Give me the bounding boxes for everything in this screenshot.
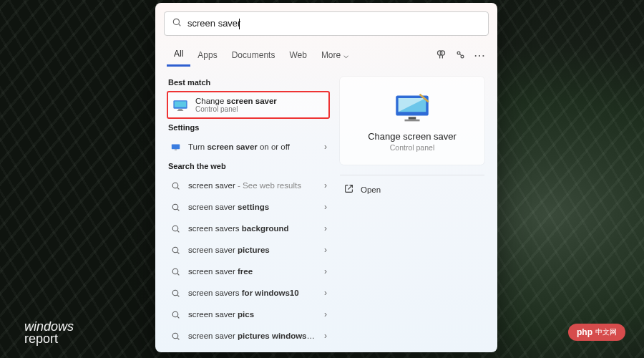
result-text: Turn screen saver on or off bbox=[188, 142, 317, 151]
web-result[interactable]: screen savers background› bbox=[167, 218, 330, 239]
best-match-subtitle: Control panel bbox=[195, 105, 277, 113]
more-icon[interactable]: ··· bbox=[474, 51, 486, 61]
svg-rect-10 bbox=[177, 110, 183, 110]
svg-rect-9 bbox=[178, 109, 182, 110]
monitor-icon bbox=[392, 92, 432, 124]
tab-all[interactable]: All bbox=[167, 44, 190, 67]
svg-line-22 bbox=[177, 274, 179, 275]
result-text: screen savers for windows10 bbox=[188, 289, 317, 297]
text-cursor bbox=[239, 19, 240, 29]
chevron-right-icon: › bbox=[324, 288, 327, 298]
preview-card: Change screen saver Control panel bbox=[340, 77, 484, 165]
chevron-right-icon: › bbox=[324, 245, 327, 255]
svg-line-24 bbox=[177, 295, 179, 296]
divider bbox=[340, 175, 484, 175]
monitor-icon bbox=[170, 142, 181, 152]
svg-point-4 bbox=[457, 52, 460, 54]
open-icon bbox=[344, 184, 353, 195]
svg-rect-12 bbox=[174, 149, 176, 150]
search-tabs: All Apps Documents Web More ⌵ ··· bbox=[164, 44, 489, 67]
svg-rect-11 bbox=[171, 144, 179, 149]
chevron-right-icon: › bbox=[324, 202, 327, 212]
search-icon bbox=[170, 267, 181, 276]
result-text: screen savers background bbox=[188, 224, 317, 233]
php-watermark: php中文网 bbox=[568, 324, 625, 341]
svg-line-16 bbox=[177, 209, 179, 211]
tab-apps[interactable]: Apps bbox=[190, 46, 224, 66]
svg-point-13 bbox=[172, 183, 178, 188]
tab-more[interactable]: More ⌵ bbox=[314, 46, 356, 66]
svg-line-1 bbox=[179, 24, 181, 26]
chevron-right-icon: › bbox=[324, 223, 327, 233]
svg-point-19 bbox=[172, 247, 178, 253]
svg-line-26 bbox=[177, 316, 179, 318]
svg-point-23 bbox=[172, 290, 178, 296]
web-result[interactable]: screen saver settings› bbox=[167, 196, 330, 218]
svg-point-21 bbox=[172, 268, 178, 274]
rewards-icon[interactable] bbox=[436, 49, 447, 62]
options-icon[interactable] bbox=[455, 49, 466, 62]
svg-rect-33 bbox=[409, 117, 416, 120]
windowsreport-watermark: windowsreport bbox=[24, 321, 74, 345]
search-box[interactable]: screen saver bbox=[164, 11, 489, 36]
chevron-right-icon: › bbox=[324, 266, 327, 276]
tab-documents[interactable]: Documents bbox=[225, 46, 283, 66]
monitor-icon bbox=[172, 99, 188, 112]
tab-web[interactable]: Web bbox=[282, 46, 313, 66]
svg-point-27 bbox=[172, 333, 178, 339]
result-text: screen saver pics bbox=[188, 310, 317, 319]
best-match-result[interactable]: Change screen saver Control panel bbox=[167, 91, 330, 119]
settings-result[interactable]: Turn screen saver on or off › bbox=[167, 136, 330, 158]
start-search-panel: screen saver All Apps Documents Web More… bbox=[155, 3, 497, 352]
preview-title: Change screen saver bbox=[368, 131, 457, 142]
preview-column: Change screen saver Control panel Open bbox=[333, 71, 489, 347]
section-settings: Settings bbox=[168, 123, 330, 132]
svg-point-17 bbox=[172, 226, 178, 231]
search-icon bbox=[170, 181, 181, 190]
chevron-right-icon: › bbox=[324, 309, 327, 319]
svg-rect-34 bbox=[405, 120, 420, 122]
chevron-right-icon: › bbox=[324, 180, 327, 190]
result-text: screen saver pictures bbox=[188, 246, 317, 254]
svg-point-0 bbox=[173, 19, 179, 24]
web-result[interactable]: screen savers for windows10› bbox=[167, 282, 330, 304]
result-text: screen saver free bbox=[188, 267, 317, 276]
search-icon bbox=[170, 289, 181, 298]
web-result[interactable]: screen saver - See web results› bbox=[167, 175, 330, 196]
web-result[interactable]: screen saver pictures windows 10› bbox=[167, 325, 330, 347]
svg-point-5 bbox=[461, 55, 464, 58]
section-search-web: Search the web bbox=[168, 162, 330, 170]
web-result[interactable]: screen saver free› bbox=[167, 261, 330, 282]
search-icon bbox=[170, 224, 181, 233]
best-match-title: Change screen saver bbox=[195, 97, 277, 105]
web-result[interactable]: screen saver pics› bbox=[167, 304, 330, 325]
search-input[interactable]: screen saver bbox=[187, 18, 481, 29]
chevron-right-icon: › bbox=[324, 331, 327, 341]
svg-rect-8 bbox=[175, 101, 187, 107]
search-input-text: screen saver bbox=[187, 18, 240, 29]
svg-line-20 bbox=[177, 252, 179, 253]
search-icon bbox=[170, 203, 181, 212]
svg-line-6 bbox=[460, 54, 461, 54]
svg-line-28 bbox=[177, 338, 179, 339]
svg-line-14 bbox=[177, 188, 179, 189]
search-icon bbox=[170, 310, 181, 319]
svg-line-18 bbox=[177, 231, 179, 232]
result-text: screen saver pictures windows 10 bbox=[188, 332, 317, 340]
section-best-match: Best match bbox=[168, 78, 330, 87]
chevron-right-icon: › bbox=[324, 142, 327, 152]
open-label: Open bbox=[361, 185, 381, 194]
web-result[interactable]: screen saver pictures› bbox=[167, 239, 330, 261]
search-icon bbox=[170, 332, 181, 341]
search-icon bbox=[172, 17, 182, 30]
open-button[interactable]: Open bbox=[340, 181, 484, 198]
svg-point-15 bbox=[172, 204, 178, 210]
result-text: screen saver settings bbox=[188, 203, 317, 211]
results-column: Best match Change screen saver Control p… bbox=[164, 71, 333, 347]
search-icon bbox=[170, 246, 181, 255]
preview-subtitle: Control panel bbox=[390, 143, 434, 152]
svg-point-25 bbox=[172, 311, 178, 317]
chevron-down-icon: ⌵ bbox=[343, 50, 348, 60]
result-text: screen saver - See web results bbox=[188, 181, 317, 190]
